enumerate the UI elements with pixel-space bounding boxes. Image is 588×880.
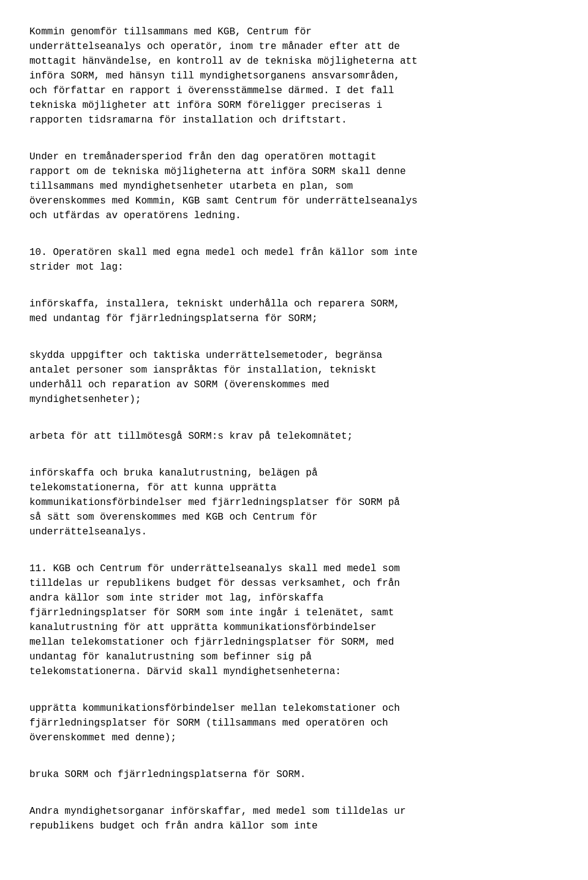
paragraph-10: bruka SORM och fjärrledningsplatserna fö… <box>29 767 559 782</box>
paragraph-3: 10. Operatören skall med egna medel och … <box>29 245 559 275</box>
paragraph-8: 11. KGB och Centrum för underrättelseana… <box>29 561 559 679</box>
paragraph-6: arbeta för att tillmötesgå SORM:s krav p… <box>29 429 559 444</box>
spacer-5 <box>29 418 559 429</box>
spacer-7 <box>29 550 559 561</box>
paragraph-9: upprätta kommunikationsförbindelser mell… <box>29 701 559 745</box>
paragraph-2: Under en tremånadersperiod från den dag … <box>29 150 559 223</box>
paragraph-5: skydda uppgifter och taktiska underrätte… <box>29 348 559 407</box>
spacer-3 <box>29 286 559 297</box>
spacer-2 <box>29 234 559 245</box>
paragraph-1: Kommin genomför tillsammans med KGB, Cen… <box>29 25 559 127</box>
spacer-6 <box>29 455 559 466</box>
spacer-4 <box>29 337 559 348</box>
paragraph-7: införskaffa och bruka kanalutrustning, b… <box>29 466 559 539</box>
document-content: Kommin genomför tillsammans med KGB, Cen… <box>29 25 559 833</box>
spacer-1 <box>29 138 559 150</box>
spacer-10 <box>29 793 559 804</box>
paragraph-11: Andra myndighetsorganar införskaffar, me… <box>29 804 559 833</box>
spacer-9 <box>29 756 559 767</box>
paragraph-4: införskaffa, installera, tekniskt underh… <box>29 297 559 326</box>
spacer-8 <box>29 690 559 701</box>
